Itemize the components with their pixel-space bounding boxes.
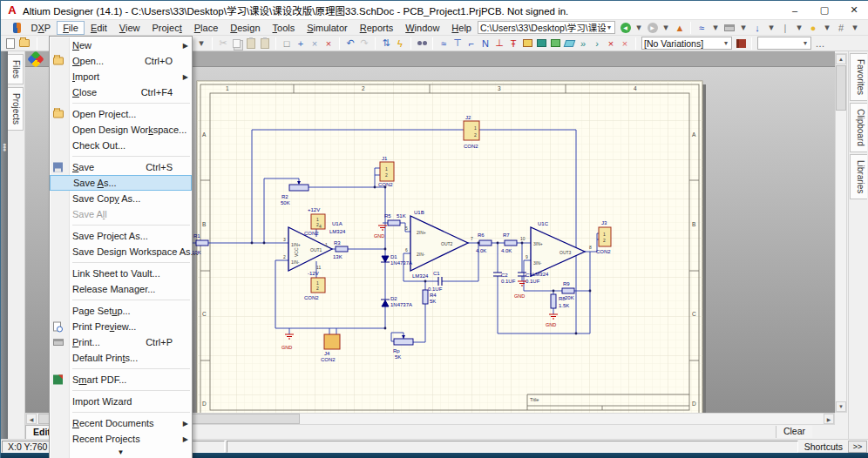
menu-item-import-wizard[interactable]: Import Wizard xyxy=(50,394,192,409)
compile-mask-icon[interactable]: × xyxy=(618,37,632,51)
variant-manager-icon[interactable] xyxy=(734,37,748,51)
maximize-button[interactable]: ▢ xyxy=(810,1,839,20)
menu-dxp[interactable]: DXP xyxy=(24,21,57,35)
sidebar-tab-projects[interactable]: Projects xyxy=(8,87,24,131)
descend-dropdown[interactable]: ▾ xyxy=(764,21,778,35)
highlight-dropdown[interactable]: ▾ xyxy=(820,21,834,35)
menu-item-open-design-workspace[interactable]: Open Design Workspace... xyxy=(50,122,192,138)
grid-icon[interactable]: # xyxy=(834,21,848,35)
navigate-forward-dropdown[interactable]: ▾ xyxy=(659,21,673,35)
menu-item-save-copy-as[interactable]: Save Copy As... xyxy=(50,191,192,206)
menu-item-page-setup[interactable]: Page Setup... xyxy=(50,303,192,319)
menu-project[interactable]: Project xyxy=(146,21,188,35)
print-dropdown[interactable]: ▾ xyxy=(736,21,750,35)
scroll-up-icon[interactable]: ▲ xyxy=(836,54,846,64)
deselect-icon[interactable]: × xyxy=(308,37,322,51)
sidebar-tab-files[interactable]: Files xyxy=(8,54,24,84)
place-bus-entry-icon[interactable]: ⌐ xyxy=(465,37,478,51)
scroll-left-icon[interactable]: ◀ xyxy=(26,414,37,424)
close-button[interactable]: ✕ xyxy=(839,1,868,20)
print-icon[interactable] xyxy=(722,21,736,35)
panel-tab-clipboard[interactable]: Clipboard xyxy=(850,103,867,152)
address-combo[interactable]: C:\Users\33\Desktop\学习\课设 ▾ xyxy=(478,21,615,34)
menu-edit[interactable]: Edit xyxy=(85,21,113,35)
mask-level-combo[interactable]: ▾ xyxy=(757,37,811,50)
more-options[interactable]: … xyxy=(813,37,827,51)
menu-tools[interactable]: Tools xyxy=(267,21,302,35)
panel-tab-libraries[interactable]: Libraries xyxy=(850,154,867,199)
menu-item-import[interactable]: Import▶ xyxy=(50,69,192,84)
navigate-back-dropdown[interactable]: ▾ xyxy=(632,21,646,35)
filter-icon[interactable]: ≈ xyxy=(695,21,709,35)
panel-tab-favorites[interactable]: Favorites xyxy=(850,53,867,101)
new-document-icon[interactable] xyxy=(3,37,17,51)
place-net-label-icon[interactable]: N xyxy=(478,37,492,51)
select-area-icon[interactable]: □ xyxy=(280,37,294,51)
menu-item-print-preview[interactable]: Print Preview... xyxy=(50,319,192,334)
minimize-button[interactable]: – xyxy=(780,1,810,20)
menu-window[interactable]: Window xyxy=(399,21,445,35)
place-sheet-symbol-icon[interactable] xyxy=(534,37,548,51)
menu-help[interactable]: Help xyxy=(445,21,478,35)
menu-place[interactable]: Place xyxy=(188,21,225,35)
menu-item-new[interactable]: New▶ xyxy=(50,37,192,53)
undo-icon[interactable]: ↶ xyxy=(343,37,357,51)
cross-probe-icon[interactable]: ⇅ xyxy=(379,37,393,51)
menu-item-save[interactable]: SaveCtrl+S xyxy=(50,159,192,175)
navigate-back-icon[interactable]: ◀ xyxy=(620,22,631,34)
place-vcc-icon[interactable]: Ŧ xyxy=(506,37,520,51)
menu-item-open[interactable]: Open...Ctrl+O xyxy=(50,53,192,69)
probe-icon[interactable]: | xyxy=(778,21,792,35)
menu-reports[interactable]: Reports xyxy=(354,21,400,35)
up-hierarchy-icon[interactable]: ▲ xyxy=(673,21,687,35)
menu-item-check-out[interactable]: Check Out... xyxy=(50,138,192,153)
menu-item-default-prints[interactable]: Default Prints... xyxy=(50,350,192,366)
menu-item-open-project[interactable]: Open Project... xyxy=(50,106,192,122)
copy-icon[interactable] xyxy=(230,37,244,51)
filter-dropdown[interactable]: ▾ xyxy=(709,21,722,35)
combo-dropdown-icon[interactable]: ▾ xyxy=(802,39,809,47)
menu-design[interactable]: Design xyxy=(224,21,266,35)
left-panel-splitter[interactable]: ●●● xyxy=(1,51,8,439)
menu-item-link-sheet-to-vault[interactable]: Link Sheet to Vault... xyxy=(50,266,192,281)
paste-icon[interactable] xyxy=(244,37,258,51)
place-bus-icon[interactable]: ⊤ xyxy=(451,37,465,51)
grid-dropdown[interactable]: ▾ xyxy=(848,21,862,35)
find-similar-icon[interactable] xyxy=(415,37,429,51)
highlight-icon[interactable]: ● xyxy=(806,21,820,35)
clear-filter-icon[interactable]: × xyxy=(322,37,336,51)
menu-item-smart-pdf[interactable]: Smart PDF... xyxy=(50,372,192,387)
menu-simulator[interactable]: Simulator xyxy=(301,21,353,35)
menu-file[interactable]: File xyxy=(57,21,85,35)
place-sheet-entry-icon[interactable] xyxy=(548,37,562,51)
vertical-scrollbar[interactable]: ▲ ▼ xyxy=(835,53,847,413)
menu-item-save-all[interactable]: Save All xyxy=(50,206,192,222)
menu-more-chevron-icon[interactable]: ▼ xyxy=(50,447,192,458)
move-icon[interactable]: + xyxy=(294,37,308,51)
paste-array-icon[interactable] xyxy=(258,37,272,51)
menu-item-release-manager[interactable]: Release Manager... xyxy=(50,281,192,297)
scroll-right-icon[interactable]: ▶ xyxy=(824,414,834,424)
variations-combo[interactable]: [No Variations]▾ xyxy=(641,37,732,50)
menu-item-recent-projects[interactable]: Recent Projects▶ xyxy=(50,431,192,447)
panels-expand-button[interactable]: >> xyxy=(848,441,867,453)
menu-item-recent-documents[interactable]: Recent Documents▶ xyxy=(50,415,192,431)
dropdown-tail[interactable]: ▾ xyxy=(194,37,208,51)
mask-icon[interactable]: ϟ xyxy=(393,37,407,51)
menu-view[interactable]: View xyxy=(113,21,146,35)
place-port-icon[interactable] xyxy=(562,37,576,51)
place-harness-icon[interactable]: » xyxy=(576,37,590,51)
open-document-icon[interactable] xyxy=(17,37,31,51)
menu-item-print[interactable]: Print...Ctrl+P xyxy=(50,334,192,350)
menu-item-save-as[interactable]: Save As... xyxy=(50,175,192,191)
shortcuts-panel-button[interactable]: Shortcuts xyxy=(799,441,848,452)
navigate-forward-icon[interactable]: ▶ xyxy=(647,22,658,34)
redo-icon[interactable]: ↷ xyxy=(357,37,371,51)
vertical-scroll-thumb[interactable] xyxy=(836,65,846,111)
clear-button[interactable]: Clear xyxy=(776,426,812,438)
menu-item-save-design-workspace-as[interactable]: Save Design Workspace As... xyxy=(50,244,192,259)
cut-icon[interactable]: ✂ xyxy=(216,37,230,51)
menu-item-close[interactable]: CloseCtrl+F4 xyxy=(50,84,192,100)
place-gnd-icon[interactable]: ⊥ xyxy=(492,37,506,51)
no-erc-icon[interactable]: × xyxy=(604,37,618,51)
